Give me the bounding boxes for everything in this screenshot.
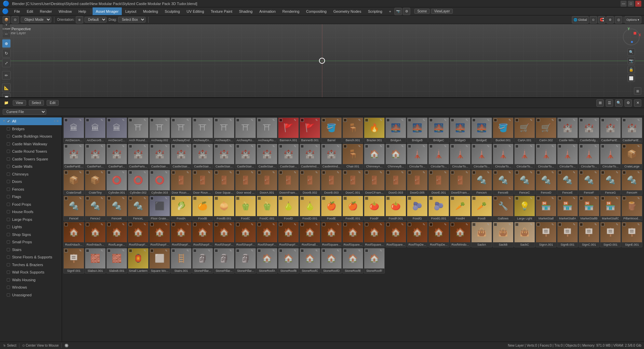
sidebar-item-small-props[interactable]: Small Props: [0, 238, 62, 246]
asset-item[interactable]: 🏰 ✎ CastleWind...: [321, 144, 342, 169]
asset-item[interactable]: 🔩 ✎ FenceH: [622, 170, 642, 195]
asset-item[interactable]: 🚪 ✎ DoorA.001: [257, 170, 277, 195]
tab-add[interactable]: +: [386, 7, 394, 15]
asset-item[interactable]: 🏠 ✎ RoofSquare...: [385, 222, 406, 247]
asset-item[interactable]: 🗼 ✎ CircularTo...: [579, 144, 599, 169]
asset-item[interactable]: 🏰 ✎ CastleStair...: [171, 144, 192, 169]
asset-search-icon[interactable]: 🔍: [615, 99, 623, 107]
zoom-to-fit[interactable]: 🔍: [628, 48, 635, 56]
tab-animation[interactable]: Animation: [256, 7, 279, 15]
sidebar-item-flags[interactable]: Flags: [0, 193, 62, 201]
asset-item[interactable]: 🏠 ✎ RoofSharpF...: [257, 222, 277, 247]
tab-geometry-nodes[interactable]: Geometry Nodes: [330, 7, 365, 15]
asset-item[interactable]: 🗼 ✎ CircularTo...: [428, 144, 449, 169]
asset-tool[interactable]: 🔲: [2, 93, 11, 98]
snap-magnet-icon[interactable]: 🧲: [598, 16, 605, 23]
asset-item[interactable]: 🗼 ✎ CircularTo...: [471, 144, 492, 169]
source-select[interactable]: Current File Local Network: [3, 109, 46, 115]
asset-item[interactable]: 🪜 ✎ Stairs.001: [171, 248, 192, 273]
asset-item[interactable]: 🏛 ✎ ArcDecorC...: [106, 117, 127, 143]
asset-item[interactable]: 🗼 ✎ CircularTo...: [514, 144, 535, 169]
asset-item[interactable]: 🏠 ✎ RoofSharpF...: [128, 222, 149, 247]
menu-edit[interactable]: Edit: [23, 7, 37, 15]
asset-item[interactable]: 🏰 ✎ CastleStair...: [214, 144, 234, 169]
asset-item[interactable]: 🏠 ✎ RoofTopDe...: [428, 222, 449, 247]
tab-asset-manager[interactable]: Asset Mnager: [93, 7, 122, 15]
asset-item[interactable]: 🚪 ✎ DoorD.003: [385, 170, 406, 195]
asset-item[interactable]: 🪵 ✎ PillarWood...: [622, 196, 642, 221]
asset-item[interactable]: 🍅 ✎ FoodF.001: [385, 196, 406, 221]
asset-item[interactable]: ⭕ ✎ Cylinder.002: [128, 170, 149, 195]
asset-item[interactable]: 🔧 ✎ Gallows: [493, 196, 514, 221]
list-view-icon[interactable]: ☰: [606, 99, 613, 107]
asset-item[interactable]: 🏛 ✎ ArcDecorB...: [85, 117, 106, 143]
camera-view[interactable]: 📷: [628, 57, 635, 64]
tab-layout[interactable]: Layout: [122, 7, 140, 15]
asset-item[interactable]: 🚪 ✎ DoorC.001: [342, 170, 363, 195]
asset-item[interactable]: ⛩ ✎ Arch Round...: [128, 117, 149, 143]
asset-item[interactable]: 🪣 ✎ Bucket.001: [493, 117, 514, 143]
menu-help[interactable]: Help: [75, 7, 90, 15]
asset-item[interactable]: 🪧 ✎ SignB.001: [557, 222, 578, 247]
asset-item[interactable]: 📦 ✎ CrateTiny: [85, 170, 106, 195]
asset-item[interactable]: ⭕ ✎ Cylinder.003: [149, 170, 170, 195]
annotate-tool[interactable]: ✏: [2, 71, 11, 80]
tab-modeling[interactable]: Modeling: [140, 7, 161, 15]
asset-item[interactable]: 🌉 ✎ BridgeE: [471, 117, 492, 143]
minimize-button[interactable]: —: [621, 1, 627, 7]
asset-item[interactable]: 🪧 ✎ SignC.001: [579, 222, 599, 247]
asset-item[interactable]: 🪑 ✎ Chair.001: [342, 144, 363, 169]
asset-item[interactable]: 🥕 ✎ FoodI: [471, 196, 492, 221]
window-controls[interactable]: — □ ✕: [621, 1, 641, 7]
asset-item[interactable]: 🔩 ✎ FenceE: [557, 170, 578, 195]
orientation-select[interactable]: Default: [85, 17, 107, 22]
tab-scripting[interactable]: Scripting: [365, 7, 386, 15]
asset-item[interactable]: 🌉 ✎ BridgeB: [407, 117, 428, 143]
tab-texture-paint[interactable]: Texture Paint: [207, 7, 235, 15]
asset-item[interactable]: 🏠 ✎ ChimneyA...: [364, 144, 385, 169]
asset-item[interactable]: 🏠 ✎ ChimneyB...: [385, 144, 406, 169]
asset-item[interactable]: 🏠 ✎ RoofSharpF...: [278, 222, 299, 247]
asset-item[interactable]: 🚪 ✎ DoorB.002: [300, 170, 320, 195]
asset-item[interactable]: 🗼 ✎ CircularTo...: [536, 144, 556, 169]
sidebar-item-castle-round-towers[interactable]: Castle Round Towers: [0, 148, 62, 155]
asset-item[interactable]: ⬛ ✎ Floor Grate...: [149, 196, 170, 221]
asset-item[interactable]: ⛩ ✎ ArchwayRo...: [235, 117, 256, 143]
asset-item[interactable]: 🪧 ✎ SignA.001: [536, 222, 556, 247]
asset-item[interactable]: 🚪 ✎ DoorE.001: [428, 170, 449, 195]
camera-dot-icon[interactable]: ⊙: [11, 16, 19, 23]
transform-tool[interactable]: ⊕: [2, 39, 11, 48]
asset-item[interactable]: 👜 ✎ SackA: [471, 222, 492, 247]
asset-item[interactable]: 🏠 ✎ StoneRoofB: [278, 248, 299, 273]
sidebar-item-castle-walls[interactable]: Castle Walls: [0, 163, 62, 170]
asset-item[interactable]: 🔩 ✎ FenceG: [600, 170, 621, 195]
asset-item[interactable]: 🏠 ✎ RoofAttach...: [85, 222, 106, 247]
sidebar-item-food-props[interactable]: Food Props: [0, 201, 62, 208]
orientation-icon[interactable]: ⊕: [76, 16, 83, 23]
asset-item[interactable]: 🏠 ✎ RoofSharpF...: [149, 222, 170, 247]
asset-item[interactable]: 🏠 ✎ RoofSmall...: [300, 222, 320, 247]
asset-item[interactable]: 🏰 ✎ CastlePart...: [85, 144, 106, 169]
asset-filter-icon[interactable]: ⚙: [625, 99, 632, 107]
view-layer-selector[interactable]: ViewLayer: [431, 9, 453, 14]
asset-item[interactable]: 🗼 ✎ CircularTo...: [557, 144, 578, 169]
asset-item[interactable]: 🍎 ✎ FoodE: [321, 196, 342, 221]
close-button[interactable]: ✕: [635, 1, 641, 7]
asset-item[interactable]: 🍊 ✎ FoodB: [192, 196, 213, 221]
asset-item[interactable]: 🔥 ✎ Brazier.001: [364, 117, 385, 143]
menu-window[interactable]: Window: [55, 7, 75, 15]
sidebar-item-stairs[interactable]: Stairs: [0, 246, 62, 254]
asset-item[interactable]: 🌉 ✎ BridgeC: [428, 117, 449, 143]
asset-item[interactable]: 💡 ✎ Large Light: [514, 196, 535, 221]
cursor-tool[interactable]: ✛: [2, 24, 11, 29]
sidebar-item-windows[interactable]: Windows: [0, 284, 62, 291]
sidebar-item-house-roofs[interactable]: House Roofs: [0, 208, 62, 216]
options-icon[interactable]: Options ▾: [625, 16, 641, 23]
asset-item[interactable]: 🗿 ✎ StonePillar...: [192, 248, 213, 273]
sidebar-item-fences[interactable]: Fences: [0, 186, 62, 193]
asset-item[interactable]: 🏰 ✎ CastleStair...: [257, 144, 277, 169]
asset-item[interactable]: 🥕 ✎ FoodH: [450, 196, 471, 221]
asset-item[interactable]: 🏰 ✎ CastleWind...: [300, 144, 320, 169]
asset-item[interactable]: 🏰 ✎ CastleStair...: [149, 144, 170, 169]
asset-item[interactable]: 🏪 ✎ MarketStallB: [579, 196, 599, 221]
